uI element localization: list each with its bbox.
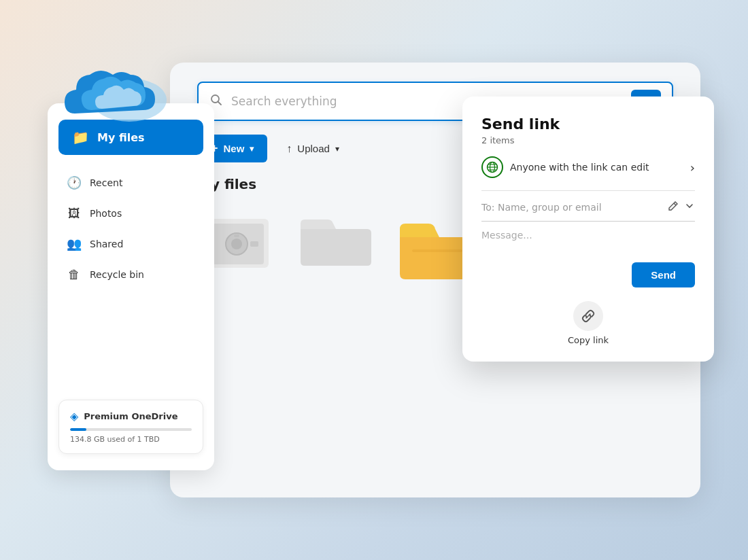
sidebar-my-files-label: My files (97, 131, 145, 144)
permission-chevron-icon: › (690, 160, 695, 175)
storage-bar-bg (70, 428, 192, 431)
expand-icon[interactable] (684, 200, 695, 214)
dialog-message-field[interactable]: Message... (481, 230, 695, 250)
sidebar-item-shared[interactable]: 👥 Shared (58, 230, 203, 258)
svg-rect-7 (234, 234, 239, 237)
svg-point-6 (231, 239, 242, 249)
storage-bar-fill (70, 428, 86, 431)
dialog-divider (481, 190, 695, 191)
sidebar-item-shared-label: Shared (90, 239, 123, 249)
new-chevron-icon: ▾ (250, 144, 254, 154)
to-field-label: To: Name, group or email (481, 202, 662, 213)
dialog-permission-row[interactable]: Anyone with the link can edit › (481, 156, 695, 178)
premium-icon: ◈ (70, 410, 78, 423)
upload-button-label: Upload (297, 143, 330, 154)
permission-text: Anyone with the link can edit (510, 162, 649, 173)
dialog-to-row[interactable]: To: Name, group or email (481, 200, 695, 222)
svg-rect-10 (412, 249, 462, 252)
svg-rect-8 (250, 241, 258, 247)
storage-text: 134.8 GB used of 1 TBD (70, 435, 192, 444)
sidebar-item-recent-label: Recent (90, 177, 122, 188)
sidebar-item-recycle-bin[interactable]: 🗑 Recycle bin (58, 260, 203, 288)
dialog-title: Send link (481, 116, 695, 133)
premium-title: ◈ Premium OneDrive (70, 410, 192, 423)
sidebar-item-recent[interactable]: 🕐 Recent (58, 169, 203, 196)
sidebar-item-recycle-label: Recycle bin (90, 269, 144, 280)
recent-icon: 🕐 (67, 175, 82, 190)
dialog-subtitle: 2 items (481, 135, 695, 145)
copy-link-label: Copy link (568, 335, 609, 345)
folder-gray-top-icon (295, 209, 377, 270)
photos-icon: 🖼 (67, 206, 82, 220)
copy-link-icon (573, 301, 603, 331)
upload-arrow-icon: ↑ (286, 143, 292, 155)
dialog-send-row: Send (481, 262, 695, 287)
sidebar-nav: 🕐 Recent 🖼 Photos 👥 Shared 🗑 Recycle bin (48, 169, 214, 400)
sidebar-my-files[interactable]: 📁 My files (58, 120, 203, 155)
send-link-dialog: Send link 2 items Anyone with the link c… (462, 97, 714, 362)
file-item-folder-gray-top[interactable] (295, 209, 377, 283)
upload-button[interactable]: ↑ Upload ▾ (275, 136, 350, 162)
svg-line-2 (218, 102, 222, 105)
recycle-bin-icon: 🗑 (67, 267, 82, 281)
premium-card[interactable]: ◈ Premium OneDrive 134.8 GB used of 1 TB… (58, 400, 203, 454)
copy-link-section[interactable]: Copy link (481, 301, 695, 345)
sidebar: 📁 My files 🕐 Recent 🖼 Photos 👥 Shared 🗑 … (48, 103, 214, 470)
onedrive-logo (61, 49, 170, 124)
to-field-icons (668, 200, 695, 214)
new-button-label: New (224, 143, 245, 154)
upload-chevron-icon: ▾ (335, 144, 339, 154)
sidebar-item-photos-label: Photos (90, 208, 122, 219)
svg-line-17 (586, 314, 590, 318)
send-button[interactable]: Send (632, 262, 695, 287)
folder-icon: 📁 (72, 129, 89, 145)
globe-icon (481, 156, 503, 178)
svg-line-16 (674, 203, 676, 205)
sidebar-item-photos[interactable]: 🖼 Photos (58, 199, 203, 227)
shared-icon: 👥 (67, 237, 82, 251)
edit-icon[interactable] (668, 200, 679, 214)
